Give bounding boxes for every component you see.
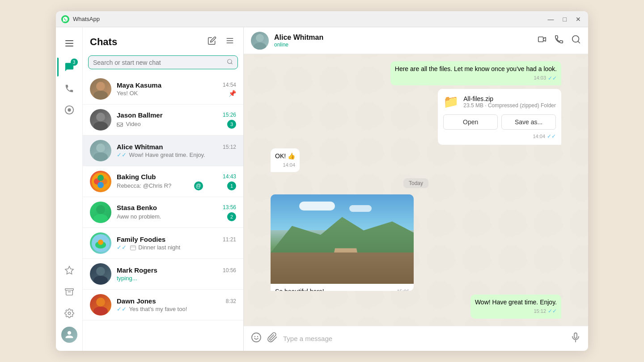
last-message: ✓✓ Wow! Have great time. Enjoy. — [117, 152, 205, 158]
minimize-button[interactable]: — — [546, 15, 556, 24]
file-message-bubble: 📁 All-files.zip 23.5 MB · Compressed (zi… — [438, 89, 561, 145]
zip-file-icon: 📁 — [443, 94, 459, 109]
search-input[interactable] — [93, 59, 227, 66]
voice-message-button[interactable] — [570, 332, 581, 345]
last-message: Aww no problem. — [117, 213, 161, 220]
contact-name: Stasa Benko — [117, 204, 157, 211]
list-item[interactable]: Stasa Benko 13:56 Aww no problem. 2 — [83, 197, 243, 228]
avatar — [90, 294, 111, 316]
video-call-button[interactable] — [537, 34, 547, 46]
archive-nav-icon[interactable] — [60, 282, 79, 301]
svg-point-34 — [256, 34, 264, 42]
bottom-nav-icons — [60, 260, 79, 345]
chat-header: Alice Whitman online — [244, 27, 588, 54]
menu-icon[interactable] — [60, 34, 79, 53]
search-chat-button[interactable] — [571, 34, 581, 46]
calls-nav-icon[interactable] — [60, 79, 79, 98]
close-button[interactable]: ✕ — [574, 15, 583, 24]
whatsapp-logo-icon — [61, 15, 69, 23]
message-text: Here are all the files. Let me know once… — [395, 65, 557, 72]
status-nav-icon[interactable] — [60, 101, 79, 119]
svg-rect-2 — [65, 43, 73, 44]
settings-nav-icon[interactable] — [60, 304, 79, 323]
chats-nav-icon[interactable]: 3 — [60, 58, 79, 76]
svg-point-21 — [97, 175, 104, 181]
open-file-button[interactable]: Open — [443, 114, 498, 130]
svg-rect-15 — [117, 123, 123, 126]
new-chat-button[interactable] — [206, 34, 218, 49]
chat-panel: Alice Whitman online — [244, 27, 588, 351]
message-text: OK! 👍 — [275, 152, 295, 160]
svg-rect-1 — [65, 40, 73, 41]
list-item[interactable]: Maya Kasuma 14:54 Yes! OK 📌 — [83, 74, 243, 105]
svg-point-12 — [93, 91, 108, 100]
avatar — [90, 263, 111, 285]
message-text: Wow! Have great time. Enjoy. — [475, 299, 557, 306]
message-image — [271, 194, 414, 284]
svg-point-11 — [96, 82, 105, 91]
svg-rect-40 — [574, 333, 577, 338]
message-ticks: ✓✓ — [547, 133, 556, 139]
message-bubble: OK! 👍 14:04 — [271, 148, 300, 172]
chat-header-avatar[interactable] — [251, 32, 269, 50]
window-controls: — □ ✕ — [546, 15, 583, 24]
avatar — [90, 140, 111, 161]
list-item[interactable]: Alice Whitman 15:12 ✓✓ Wow! Have great t… — [83, 135, 243, 166]
image-caption: So beautiful here! — [275, 288, 324, 290]
last-message: Video — [117, 121, 141, 127]
unread-badge: @ — [194, 181, 203, 190]
maximize-button[interactable]: □ — [561, 15, 568, 24]
date-divider: Today — [271, 180, 561, 186]
chat-header-info: Alice Whitman online — [274, 34, 537, 48]
chat-time: 10:56 — [223, 267, 236, 274]
attach-button[interactable] — [267, 332, 278, 345]
list-item[interactable]: Jason Ballmer 15:26 Video 3 — [83, 105, 243, 135]
chat-time: 11:21 — [223, 236, 236, 243]
list-item[interactable]: Dawn Jones 8:32 ✓✓ Yes that's my fave to… — [83, 290, 243, 320]
chat-time: 13:56 — [223, 204, 236, 210]
last-message: Rebecca: @Chris R? — [117, 182, 171, 189]
unread-badge: 3 — [227, 120, 236, 129]
chat-time: 15:12 — [223, 144, 236, 150]
file-name: All-files.zip — [463, 95, 556, 102]
svg-point-17 — [93, 152, 108, 161]
message-bubble: Wow! Have great time. Enjoy. 15:12 ✓✓ — [470, 295, 561, 319]
filter-button[interactable] — [224, 34, 236, 49]
unread-badge: 2 — [227, 212, 236, 221]
svg-point-22 — [97, 182, 104, 188]
file-actions: Open Save as... — [443, 114, 556, 130]
message-time: 15:06 — [397, 287, 409, 290]
message-input[interactable] — [283, 335, 565, 342]
save-file-button[interactable]: Save as... — [501, 114, 556, 130]
svg-rect-28 — [130, 246, 136, 250]
messages-area: Here are all the files. Let me know once… — [244, 54, 588, 326]
date-label: Today — [403, 178, 428, 188]
starred-nav-icon[interactable] — [60, 261, 79, 280]
contact-name: Dawn Jones — [117, 297, 156, 305]
avatar — [90, 202, 111, 223]
message-ticks: ✓✓ — [548, 75, 557, 82]
file-header: 📁 All-files.zip 23.5 MB · Compressed (zi… — [443, 94, 556, 109]
avatar — [90, 171, 111, 192]
list-item[interactable]: Family Foodies 11:21 ✓✓ Dinner last nigh… — [83, 228, 243, 259]
search-icon — [227, 59, 233, 66]
image-message-bubble: So beautiful here! 15:06 ❤️ — [271, 194, 414, 290]
last-message: Yes! OK — [117, 90, 138, 97]
voice-call-button[interactable] — [554, 34, 564, 46]
search-input-wrap — [88, 55, 238, 69]
profile-avatar[interactable] — [60, 325, 79, 344]
svg-point-16 — [96, 143, 105, 152]
chat-contact-name: Alice Whitman — [274, 34, 537, 42]
chat-time: 8:32 — [226, 298, 236, 304]
title-bar: WhatsApp — □ ✕ — [56, 11, 588, 27]
list-item[interactable]: Baking Club 14:43 Rebecca: @Chris R? @ 1 — [83, 166, 243, 197]
message-time: 14:04 — [283, 162, 295, 168]
last-message: ✓✓ Yes that's my fave too! — [117, 306, 187, 312]
svg-rect-3 — [65, 46, 73, 46]
emoji-button[interactable] — [251, 332, 262, 345]
svg-point-32 — [96, 298, 105, 307]
svg-point-35 — [254, 42, 266, 50]
avatar — [90, 78, 111, 100]
list-item[interactable]: Mark Rogers 10:56 typing... — [83, 259, 243, 290]
avatar — [90, 232, 111, 254]
